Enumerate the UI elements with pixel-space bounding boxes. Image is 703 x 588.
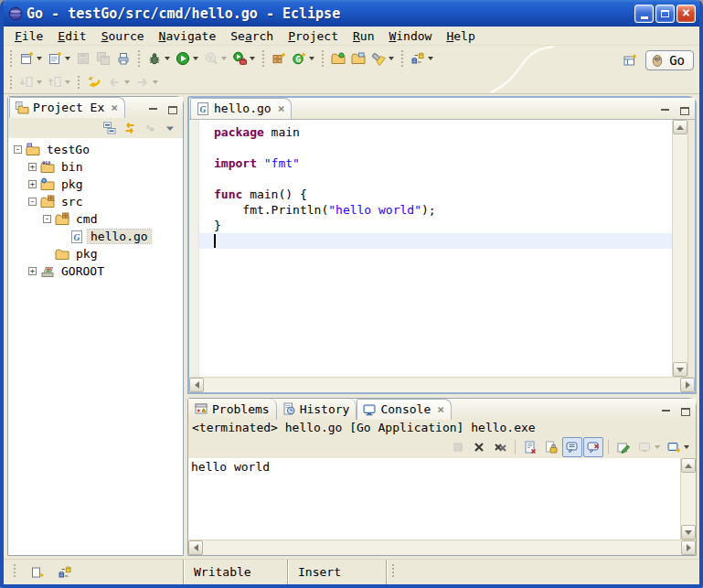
run-button[interactable] [173,48,201,69]
focus-task-button[interactable] [140,118,160,138]
clear-console-button[interactable] [520,437,540,457]
dropdown-arrow-icon[interactable] [65,57,70,60]
project-tree[interactable]: -testGo+010bin+pkg-src-cmdGhello.gopkg+G… [8,138,183,555]
perspective-go-button[interactable]: Go [645,50,694,70]
tab-console[interactable]: Console× [357,399,452,420]
save-all-button[interactable] [93,48,113,69]
console-output[interactable]: hello world [188,458,680,540]
show-stdout-button[interactable] [562,437,582,457]
dropdown-arrow-icon[interactable] [389,57,394,60]
sync-button[interactable] [408,48,436,69]
menu-window[interactable]: Window [381,28,439,44]
new-package-button[interactable] [269,48,289,69]
toolbar-grip[interactable] [261,48,265,69]
collapse-toggle-icon[interactable]: - [28,198,37,206]
tree-item-hello-go[interactable]: Ghello.go [8,228,183,245]
dropdown-arrow-icon[interactable] [655,445,660,449]
dropdown-arrow-icon[interactable] [165,57,170,60]
maximize-view-button[interactable] [676,404,694,420]
forward-button[interactable] [133,72,161,92]
statusbar-sync-button[interactable] [55,562,75,583]
fastview-button[interactable] [27,562,48,583]
tab-project-explorer[interactable]: Project Ex × [9,97,125,118]
next-annotation-button[interactable] [16,72,45,92]
scroll-lock-button[interactable] [541,437,561,457]
open-resource-button[interactable] [348,48,368,69]
code-editor[interactable]: package mainimport "fmt"func main() { fm… [199,120,672,377]
scroll-left-button[interactable] [188,540,203,555]
profile-button[interactable] [201,48,229,69]
close-button[interactable]: × [676,5,696,23]
minimize-view-button[interactable] [656,103,674,119]
menu-help[interactable]: Help [439,28,482,44]
scroll-down-button[interactable] [673,362,687,377]
collapse-toggle-icon[interactable]: - [14,145,22,154]
menu-navigate[interactable]: Navigate [152,28,224,44]
collapse-toggle-icon[interactable]: - [43,215,51,223]
dropdown-arrow-icon[interactable] [250,57,255,60]
tree-item-pkg[interactable]: +pkg [8,176,183,193]
pin-console-button[interactable] [613,437,634,457]
back-button[interactable] [104,72,133,92]
title-bar[interactable]: Go - testGo/src/cmd/hello.go - Eclipse × [4,0,699,27]
console-vertical-scrollbar[interactable] [680,458,696,540]
save-button[interactable] [73,48,93,69]
new-class-button[interactable]: G [289,48,317,69]
open-console-button[interactable] [664,437,692,457]
remove-all-terminated-button[interactable] [490,437,510,457]
console-horizontal-scrollbar[interactable] [188,540,696,555]
view-menu-button[interactable] [160,118,180,138]
last-edit-button[interactable] [84,72,104,92]
dropdown-arrow-icon[interactable] [65,80,70,84]
tree-item-cmd[interactable]: -cmd [8,210,183,228]
link-editor-button[interactable] [120,118,140,138]
tree-item-testgo[interactable]: -testGo [8,141,183,158]
collapse-all-button[interactable] [100,118,120,138]
expand-toggle-icon[interactable]: + [28,180,37,188]
scroll-down-button[interactable] [681,525,696,540]
open-perspective-button[interactable] [620,50,640,70]
open-type-button[interactable] [328,48,348,69]
dropdown-arrow-icon[interactable] [428,57,433,60]
external-tools-button[interactable] [229,48,258,69]
toolbar-grip[interactable] [77,74,80,91]
show-stderr-button[interactable] [583,437,603,457]
tab-hello-go[interactable]: G hello.go × [190,98,292,119]
scroll-left-button[interactable] [189,378,204,392]
scroll-up-button[interactable] [673,120,687,134]
close-tab-icon[interactable]: × [437,403,444,415]
editor-vertical-scrollbar[interactable] [672,120,687,377]
minimize-view-button[interactable] [144,102,162,118]
toolbar-grip[interactable] [9,48,13,69]
close-tab-icon[interactable]: × [111,102,118,113]
toolbar-grip[interactable] [9,74,13,91]
expand-toggle-icon[interactable]: + [28,267,37,275]
menu-search[interactable]: Search [223,28,281,44]
tree-item-pkg[interactable]: pkg [8,245,183,262]
prev-annotation-button[interactable] [45,72,73,92]
scroll-right-button[interactable] [680,378,695,392]
display-console-button[interactable] [634,437,663,457]
debug-button[interactable] [144,48,173,69]
toolbar-grip[interactable] [400,48,404,69]
minimize-view-button[interactable] [657,404,675,420]
dropdown-arrow-icon[interactable] [153,80,158,84]
maximize-view-button[interactable] [164,102,181,118]
scroll-up-button[interactable] [681,458,696,473]
tree-item-goroot[interactable]: +GOROOT [8,262,183,280]
remove-launch-button[interactable] [469,437,489,457]
menu-source[interactable]: Source [94,28,152,44]
dropdown-arrow-icon[interactable] [221,57,227,60]
toolbar-grip[interactable] [321,48,325,69]
print-button[interactable] [113,48,133,69]
dropdown-arrow-icon[interactable] [124,80,130,84]
new-go-element-button[interactable] [45,48,73,69]
tab-problems[interactable]: Problems [189,399,277,420]
tab-history[interactable]: History [277,399,357,420]
dropdown-arrow-icon[interactable] [309,57,314,60]
search-button[interactable] [368,48,397,69]
menu-file[interactable]: File [7,28,50,44]
expand-toggle-icon[interactable]: + [28,163,37,171]
new-wizard-button[interactable] [16,48,45,69]
tree-item-bin[interactable]: +010bin [8,158,183,176]
